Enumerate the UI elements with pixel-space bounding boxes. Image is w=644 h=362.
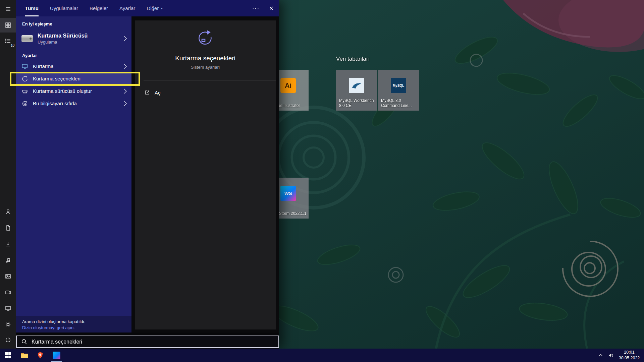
search-tabs-bar: Tümü Uygulamalar Belgeler Ayarlar Diğer … (16, 0, 279, 16)
tab-apps[interactable]: Uygulamalar (50, 0, 78, 16)
brave-browser-button[interactable] (32, 349, 48, 362)
desktop-screen: Veri tabanları Ai Adobe Illustrator MySQ… (0, 0, 644, 362)
gear-icon (5, 321, 11, 328)
search-icon (21, 339, 28, 345)
open-icon (144, 89, 150, 96)
result-item-bu-bilgisayari-sifirla[interactable]: Bu bilgisayarı sıfırla (16, 97, 131, 110)
tab-more-label: Diğer (147, 5, 159, 11)
hamburger-icon (5, 6, 11, 12)
hamburger-menu-button[interactable] (0, 2, 16, 16)
tab-more[interactable]: Diğer ▾ (147, 0, 162, 16)
indexing-status-link[interactable]: Dizin oluşturmayı geri açın. (22, 324, 75, 331)
tile-mysql-workbench[interactable]: MySQL Workbench 8.0 CE (336, 70, 377, 111)
tile-label: MySQL 8.0 Command Line... (381, 98, 417, 109)
pictures-button[interactable] (0, 269, 16, 284)
search-flyout: 10 (0, 0, 279, 349)
result-item-label: Kurtarma sürücüsü oluştur (33, 88, 92, 94)
best-match-title: Kurtarma Sürücüsü (38, 33, 88, 39)
tab-settings[interactable]: Ayarlar (119, 0, 135, 16)
chevron-right-icon (123, 63, 127, 69)
download-icon (5, 241, 11, 247)
file-explorer-button[interactable] (16, 349, 32, 362)
power-icon (5, 337, 11, 343)
best-match-header: En iyi eşleşme (22, 21, 131, 27)
folder-icon (20, 352, 28, 359)
video-camera-icon (5, 289, 11, 296)
close-icon: × (269, 4, 274, 13)
tab-all[interactable]: Tümü (25, 0, 39, 16)
result-item-kurtarma-surucusu-olustur[interactable]: Kurtarma sürücüsü oluştur (16, 85, 131, 97)
tab-documents[interactable]: Belgeler (90, 0, 108, 16)
webstorm-taskbar-button[interactable] (48, 349, 64, 362)
start-rail: 10 (0, 0, 16, 349)
result-best-match[interactable]: Kurtarma Sürücüsü Uygulama (16, 29, 131, 48)
music-button[interactable] (0, 253, 16, 267)
monitor-recovery-icon (21, 63, 28, 70)
documents-button[interactable] (0, 221, 16, 235)
recovery-options-icon (21, 75, 28, 82)
overflow-menu-button[interactable]: ··· (248, 0, 264, 16)
chevron-right-icon (123, 101, 127, 107)
best-match-subtitle: Uygulama (38, 39, 88, 45)
tile-label: MySQL Workbench 8.0 CE (339, 98, 375, 109)
user-icon (5, 208, 11, 215)
webstorm-icon: WS (280, 186, 296, 201)
result-item-kurtarma[interactable]: Kurtarma (16, 60, 131, 72)
ellipsis-icon: ··· (252, 5, 260, 11)
all-apps-list-icon (5, 38, 11, 44)
tray-expand-button[interactable] (596, 349, 606, 362)
taskbar-clock[interactable]: 20:01 30.05.2022 (616, 350, 643, 361)
all-apps-button[interactable]: 10 (0, 34, 16, 48)
adobe-illustrator-icon: Ai (280, 78, 296, 93)
tile-mysql-command-line[interactable]: MySQL MySQL 8.0 Command Line... (378, 70, 419, 111)
pinned-tiles-button[interactable] (0, 18, 16, 33)
music-note-icon (5, 257, 11, 263)
picture-icon (5, 273, 11, 280)
result-item-label: Bu bilgisayarı sıfırla (33, 101, 77, 106)
settings-section-header: Ayarlar (22, 53, 131, 59)
recovery-drive-icon (21, 35, 33, 42)
downloads-button[interactable] (0, 237, 16, 251)
recovery-options-large-icon (196, 29, 214, 47)
speaker-icon (608, 353, 614, 358)
network-button[interactable] (0, 301, 16, 316)
tiles-grid-icon (5, 22, 11, 28)
system-tray: 20:01 30.05.2022 (596, 349, 644, 362)
drive-icon (21, 88, 28, 95)
brave-icon (37, 352, 44, 359)
webstorm-icon (53, 352, 60, 359)
chevron-right-icon (123, 88, 127, 94)
chevron-down-icon: ▾ (161, 7, 163, 10)
open-action-button[interactable]: Aç (135, 86, 276, 99)
result-item-label: Kurtarma seçenekleri (33, 76, 80, 81)
settings-button[interactable] (0, 317, 16, 332)
power-button[interactable] (0, 333, 16, 347)
volume-button[interactable] (606, 349, 616, 362)
preview-divider (144, 80, 276, 80)
start-button[interactable] (0, 349, 16, 362)
windows-logo-icon (5, 352, 11, 358)
chevron-up-icon (598, 353, 603, 358)
clock-time: 20:01 (616, 350, 643, 355)
tile-group-header: Veri tabanları (336, 56, 370, 62)
preview-title: Kurtarma seçenekleri (135, 55, 276, 62)
videos-button[interactable] (0, 285, 16, 300)
results-panel: En iyi eşleşme Kurtarma Sürücüsü Uygulam… (16, 16, 131, 333)
taskbar: 20:01 30.05.2022 (0, 349, 644, 362)
user-account-button[interactable] (0, 204, 16, 219)
mysql-workbench-icon (349, 78, 364, 93)
chevron-right-icon (123, 36, 127, 42)
monitor-icon (5, 305, 11, 312)
preview-panel: Kurtarma seçenekleri Sistem ayarları Aç (131, 16, 279, 333)
search-input[interactable] (32, 339, 246, 345)
clock-date: 30.05.2022 (616, 355, 643, 361)
result-item-kurtarma-secenekleri[interactable]: Kurtarma seçenekleri (16, 72, 131, 85)
search-box (16, 336, 279, 348)
preview-card: Kurtarma seçenekleri Sistem ayarları Aç (135, 20, 276, 329)
indexing-status-text: Arama dizini oluşturma kapatıldı. (22, 319, 131, 324)
close-button[interactable]: × (264, 0, 279, 16)
reset-pc-icon (21, 100, 28, 107)
mysql-command-line-icon: MySQL (391, 78, 406, 93)
preview-subtitle: Sistem ayarları (135, 65, 276, 70)
indexing-status-bar: Arama dizini oluşturma kapatıldı. Dizin … (16, 316, 131, 333)
